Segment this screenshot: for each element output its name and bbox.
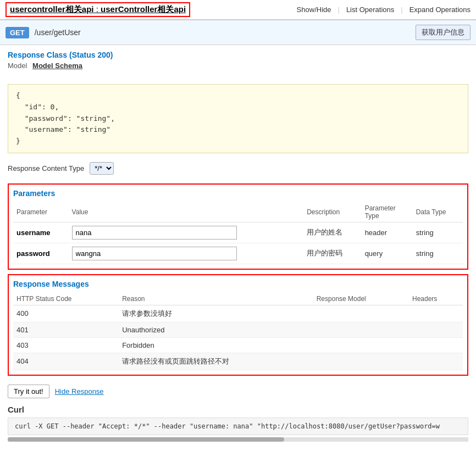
model-schema-link[interactable]: Model Schema	[32, 62, 82, 70]
code-block: { "id": 0, "password": "string", "userna…	[8, 84, 468, 153]
parameters-table: Parameter Value Description Parameter Ty…	[13, 202, 463, 264]
resp-col-headers: Headers	[409, 293, 463, 305]
resp-reason: Forbidden	[119, 337, 313, 353]
api-title-box: usercontroller相关api : userController相关ap…	[5, 2, 190, 17]
curl-scrollbar-thumb[interactable]	[8, 437, 284, 442]
response-messages-title: Response Messages	[13, 280, 463, 288]
resp-col-reason: Reason	[119, 293, 313, 305]
response-class-title: Response Class (Status 200)	[8, 51, 468, 59]
resp-reason: 请求路径没有或页面跳转路径不对	[119, 353, 313, 370]
resp-status: 403	[13, 337, 119, 353]
param-row: username 用户的姓名 header string	[13, 222, 463, 243]
resp-status: 400	[13, 305, 119, 322]
get-path: /user/getUser	[35, 28, 81, 37]
parameters-title: Parameters	[13, 189, 463, 198]
list-operations-link[interactable]: List Operations	[346, 5, 394, 14]
param-col-value: Value	[69, 202, 304, 222]
top-bar: usercontroller相关api : userController相关ap…	[0, 0, 476, 20]
top-actions: Show/Hide | List Operations | Expand Ope…	[297, 5, 471, 14]
request-url-section: Request URL http://localhost:8080/user/g…	[0, 446, 476, 451]
param-row: password 用户的密码 query string	[13, 243, 463, 264]
show-hide-link[interactable]: Show/Hide	[297, 5, 331, 14]
resp-reason: 请求参数没填好	[119, 305, 313, 322]
resp-status: 401	[13, 322, 119, 337]
resp-col-status: HTTP Status Code	[13, 293, 119, 305]
resp-header-row: HTTP Status Code Reason Response Model H…	[13, 293, 463, 305]
try-row: Try it out! Hide Response	[0, 380, 476, 403]
model-label: Model	[8, 62, 27, 70]
try-it-out-button[interactable]: Try it out!	[8, 385, 49, 398]
get-badge: GET	[5, 27, 29, 38]
param-data-type: string	[413, 243, 463, 264]
curl-section: Curl curl -X GET --header "Accept: */*" …	[0, 403, 476, 446]
resp-model	[313, 305, 409, 322]
resp-row: 403 Forbidden	[13, 337, 463, 353]
resp-model	[313, 322, 409, 337]
response-content-type-select[interactable]: */*	[90, 162, 114, 175]
resp-headers	[409, 305, 463, 322]
resp-row: 401 Unauthorized	[13, 322, 463, 337]
api-colon: :	[96, 4, 101, 14]
resp-row: 400 请求参数没填好	[13, 305, 463, 322]
get-row: GET /user/getUser 获取用户信息	[0, 20, 476, 45]
parameters-section: Parameters Parameter Value Description P…	[8, 183, 468, 270]
curl-scrollbar[interactable]	[8, 437, 468, 442]
param-col-datatype: Data Type	[413, 202, 463, 222]
param-col-parameter: Parameter	[13, 202, 69, 222]
params-header-row: Parameter Value Description Parameter Ty…	[13, 202, 463, 222]
param-data-type: string	[413, 222, 463, 243]
response-content-type: Response Content Type */*	[0, 158, 476, 179]
api-title-text: usercontroller相关api	[10, 4, 94, 14]
resp-headers	[409, 353, 463, 370]
resp-headers	[409, 337, 463, 353]
param-value-input[interactable]	[72, 247, 237, 260]
resp-model	[313, 337, 409, 353]
param-name: username	[16, 229, 50, 237]
response-messages-table: HTTP Status Code Reason Response Model H…	[13, 293, 463, 370]
response-class-section: Response Class (Status 200) Model Model …	[0, 45, 476, 80]
api-subtitle-text: userController相关api	[101, 4, 186, 14]
param-type: query	[362, 243, 413, 264]
resp-col-model: Response Model	[313, 293, 409, 305]
sep1: |	[337, 5, 339, 14]
model-row: Model Model Schema	[8, 62, 468, 70]
resp-headers	[409, 322, 463, 337]
hide-response-link[interactable]: Hide Response	[55, 387, 104, 396]
resp-row: 404 请求路径没有或页面跳转路径不对	[13, 353, 463, 370]
curl-box: curl -X GET --header "Accept: */*" --hea…	[8, 417, 468, 435]
expand-operations-link[interactable]: Expand Operations	[409, 5, 471, 14]
param-description: 用户的姓名	[303, 222, 362, 243]
param-value-input[interactable]	[72, 226, 237, 240]
resp-status: 404	[13, 353, 119, 370]
param-col-type: Parameter Type	[362, 202, 413, 222]
param-type: header	[362, 222, 413, 243]
param-col-description: Description	[303, 202, 362, 222]
response-messages-section: Response Messages HTTP Status Code Reaso…	[8, 274, 468, 376]
resp-reason: Unauthorized	[119, 322, 313, 337]
resp-model	[313, 353, 409, 370]
sep2: |	[401, 5, 402, 14]
response-content-type-label: Response Content Type	[8, 164, 84, 172]
param-name: password	[16, 249, 50, 258]
param-description: 用户的密码	[303, 243, 362, 264]
get-action-button[interactable]: 获取用户信息	[416, 25, 471, 40]
curl-title: Curl	[8, 405, 468, 414]
